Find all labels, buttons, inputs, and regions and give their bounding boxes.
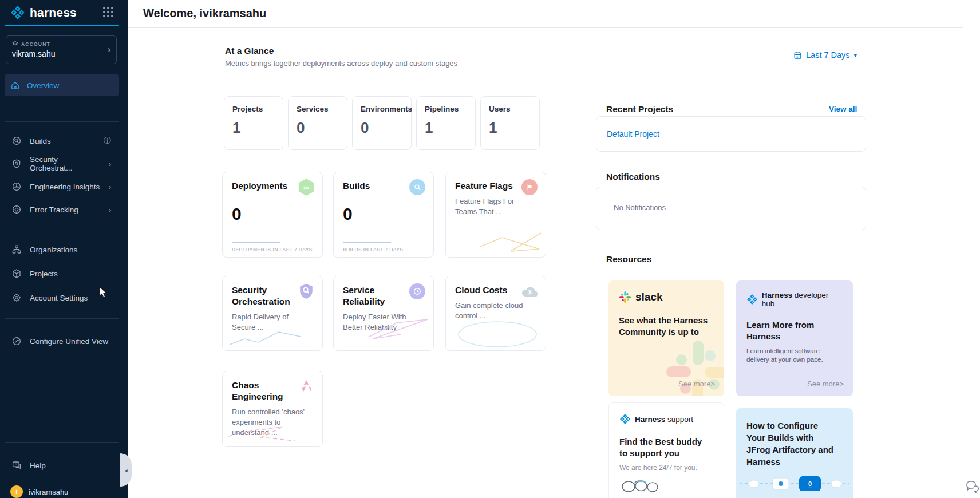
metric-environments[interactable]: Environments 0 — [352, 96, 412, 150]
brand-rest: support — [667, 415, 693, 424]
divider — [5, 318, 119, 319]
sidebar-item-label: Account Settings — [30, 294, 88, 302]
shield-icon — [11, 159, 22, 169]
time-range-select[interactable]: Last 7 Days ▾ — [793, 50, 857, 60]
support-chat-button[interactable] — [965, 480, 980, 496]
sidebar-item-help[interactable]: ? Help — [5, 454, 119, 477]
pinwheel-icon — [11, 181, 22, 192]
sidebar-item-label: Engineering Insights — [30, 183, 100, 191]
chevron-right-icon: > — [839, 380, 844, 388]
feature-flags-icon: ⚑ — [521, 179, 538, 195]
service-reliability-icon — [409, 283, 425, 299]
user-menu[interactable]: i ivikramsahu — [10, 485, 68, 498]
harness-logo[interactable]: harness — [10, 5, 77, 20]
notifications-title: Notifications — [606, 172, 660, 182]
module-card-builds[interactable]: Builds 0 BUILDS IN LAST 7 DAYS — [333, 172, 434, 258]
resource-card-jfrog-article[interactable]: How to Configure Your Builds with JFrog … — [736, 408, 853, 498]
time-range-label: Last 7 Days — [806, 50, 850, 60]
resource-card-developer-hub[interactable]: Harness developer hub Learn More from Ha… — [736, 280, 853, 396]
recent-projects-card: Default Project — [596, 116, 866, 152]
harness-logo-icon — [746, 294, 758, 305]
metric-value: 1 — [232, 119, 283, 137]
chevron-right-icon: › — [109, 183, 111, 191]
resources-title: Resources — [606, 254, 651, 264]
metric-pipelines[interactable]: Pipelines 1 — [416, 96, 476, 150]
resource-heading: Learn More from Harness — [746, 319, 821, 342]
sidebar-item-label: Organizations — [30, 246, 77, 254]
sidebar-item-label: Security Orchestrat... — [30, 155, 101, 172]
module-desc: Feature Flags For Teams That ... — [455, 196, 536, 217]
cube-icon — [11, 268, 22, 279]
module-title: Builds — [343, 180, 412, 192]
view-all-link[interactable]: View all — [829, 105, 857, 113]
sidebar-item-builds[interactable]: Builds ⓘ — [5, 129, 119, 152]
infinity-glyph: ∞ — [303, 183, 309, 192]
module-card-security-orchestration[interactable]: Security Orchestration Rapid Delivery of… — [222, 276, 323, 351]
module-card-feature-flags[interactable]: Feature Flags ⚑ Feature Flags For Teams … — [445, 172, 546, 258]
sidebar-item-projects[interactable]: Projects — [5, 262, 119, 285]
see-more-link[interactable]: See more> — [807, 380, 844, 388]
resource-heading: See what the Harness Community is up to — [619, 315, 710, 338]
module-desc: Rapid Delivery of Secure ... — [232, 312, 313, 333]
page-header: Welcome, ivikramsahu — [128, 0, 963, 28]
caret-down-icon: ▾ — [854, 52, 858, 59]
module-desc: Run controlled 'chaos' experiments to un… — [232, 407, 313, 438]
module-title: Service Reliability — [343, 284, 412, 307]
decorative-lines — [456, 319, 539, 349]
metric-services[interactable]: Services 0 — [288, 96, 347, 150]
module-desc: Deploy Faster With Better Reliability — [343, 312, 424, 333]
resource-heading: How to Configure Your Builds with JFrog … — [746, 420, 838, 468]
account-name: vikram.sahu — [12, 49, 110, 58]
sidebar-item-configure-unified-view[interactable]: Configure Unified View — [5, 330, 119, 353]
page-title: Welcome, ivikramsahu — [143, 7, 266, 20]
notifications-empty: No Notifications — [614, 203, 666, 212]
divider — [5, 228, 119, 228]
module-card-deployments[interactable]: Deployments ∞ 0 DEPLOYMENTS IN LAST 7 DA… — [222, 172, 323, 258]
resource-card-slack[interactable]: slack See what the Harness Community is … — [608, 280, 724, 396]
home-icon — [10, 81, 20, 90]
metric-label: Services — [297, 105, 347, 113]
sidebar-item-label: Builds — [30, 137, 51, 145]
question-glyph: ? — [15, 462, 17, 466]
metric-label: Users — [489, 105, 539, 113]
dollar-glyph: $ — [528, 289, 532, 295]
flag-glyph: ⚑ — [526, 183, 533, 192]
module-desc: Gain complete cloud control ... — [455, 301, 536, 321]
sidebar-item-label: Overview — [27, 81, 59, 90]
module-card-service-reliability[interactable]: Service Reliability Deploy Faster With B… — [333, 276, 434, 351]
account-selector[interactable]: ACCOUNT vikram.sahu › — [6, 35, 117, 64]
project-link[interactable]: Default Project — [607, 129, 659, 139]
see-more-link[interactable]: See more> — [678, 380, 715, 388]
harness-logo-icon — [619, 413, 631, 425]
slack-logo-icon — [619, 291, 631, 303]
metric-users[interactable]: Users 1 — [480, 96, 540, 150]
glance-title: At a Glance — [225, 46, 274, 56]
collapse-arrow-icon: ◂ — [124, 467, 127, 473]
sidebar-item-engineering-insights[interactable]: Engineering Insights › — [5, 175, 119, 198]
sidebar-item-organizations[interactable]: Organizations — [5, 238, 119, 261]
resource-subtext: Learn intelligent software delivery at y… — [746, 347, 837, 364]
module-title: Chaos Engineering — [232, 380, 301, 402]
target-icon — [11, 204, 22, 215]
wrench-icon — [11, 336, 22, 346]
module-title: Security Orchestration — [232, 284, 301, 307]
sidebar-item-overview[interactable]: Overview — [5, 74, 119, 96]
divider — [5, 442, 119, 443]
pipeline-illustration: 0 — [740, 472, 849, 495]
resource-heading: Find the Best buddy to support you — [619, 436, 711, 459]
chevron-right-icon: › — [108, 45, 110, 55]
pipeline-node-label: 0 — [808, 480, 812, 487]
divider — [5, 121, 119, 122]
sidebar-item-security-orchestration[interactable]: Security Orchestrat... › — [5, 152, 119, 175]
glance-subtitle: Metrics brings together deployments acro… — [225, 59, 457, 68]
app-grid-icon[interactable] — [103, 7, 113, 17]
info-icon[interactable]: ⓘ — [104, 136, 111, 146]
module-card-chaos-engineering[interactable]: Chaos Engineering Run controlled 'chaos'… — [222, 371, 323, 447]
module-card-cloud-costs[interactable]: Cloud Costs $ Gain complete cloud contro… — [445, 276, 546, 351]
sidebar-item-error-tracking[interactable]: Error Tracking › — [5, 198, 119, 221]
harness-wordmark: harness — [30, 6, 77, 19]
sidebar-item-account-settings[interactable]: Account Settings — [5, 286, 119, 309]
resource-card-support[interactable]: Harness support Find the Best buddy to s… — [608, 402, 724, 498]
metric-projects[interactable]: Projects 1 — [224, 96, 283, 150]
decorative-lines — [479, 226, 542, 252]
